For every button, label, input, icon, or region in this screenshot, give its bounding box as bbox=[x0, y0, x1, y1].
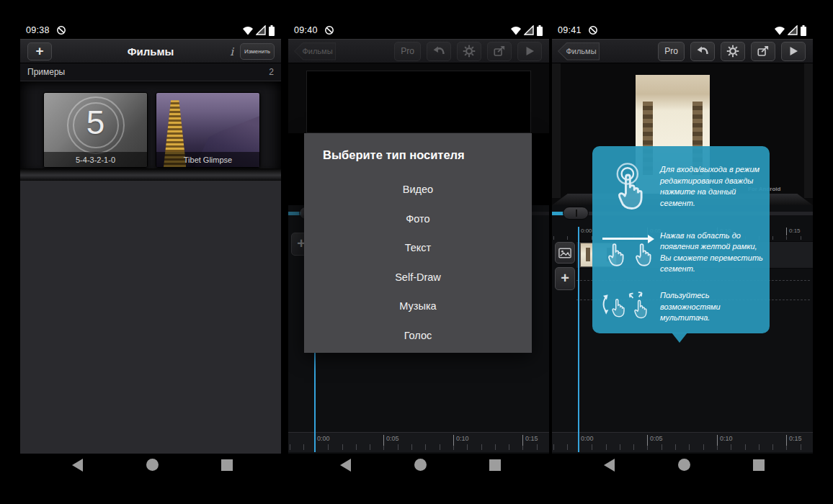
back-button-label: Фильмы bbox=[558, 43, 599, 60]
movie-title: 5-4-3-2-1-0 bbox=[44, 152, 147, 167]
tutorial-overlay-tail bbox=[672, 333, 687, 343]
battery-icon bbox=[268, 25, 275, 36]
preview-frame bbox=[306, 71, 531, 133]
ruler-tick-label: 0:05 bbox=[650, 435, 663, 446]
nav-recents-icon[interactable] bbox=[221, 459, 233, 471]
play-button[interactable] bbox=[517, 42, 542, 61]
battery-icon bbox=[800, 25, 807, 36]
tutorial-tip-drag: Нажав на область до появления желтой рам… bbox=[597, 220, 764, 285]
nav-back-icon[interactable] bbox=[72, 459, 83, 472]
slider-knob[interactable] bbox=[563, 207, 589, 220]
ruler-tick-label: 0:00 bbox=[317, 435, 330, 446]
settings-button[interactable] bbox=[457, 42, 481, 61]
interruptions-off-icon bbox=[588, 25, 598, 35]
media-type-dialog: Выберите тип носителя Видео Фото Текст S… bbox=[304, 133, 532, 353]
nav-home-icon[interactable] bbox=[146, 459, 159, 471]
shelf-front-edge bbox=[20, 168, 281, 181]
ruler-tick-label: 0:00 bbox=[581, 435, 594, 446]
tutorial-overlay[interactable]: Для входа/выхода в режим редактирования … bbox=[592, 146, 770, 333]
android-nav-bar bbox=[20, 454, 281, 477]
wifi-icon bbox=[774, 25, 785, 35]
interruptions-off-icon bbox=[56, 25, 66, 35]
dialog-option-selfdraw[interactable]: Self-Draw bbox=[304, 263, 532, 292]
back-to-movies-button[interactable]: Фильмы bbox=[558, 42, 600, 60]
phone-screen-movies: 09:38 + Фильмы i Изменить Примеры 2 5 5-… bbox=[20, 22, 281, 477]
status-bar: 09:38 bbox=[20, 22, 281, 39]
multitouch-gesture-icon bbox=[597, 291, 660, 324]
video-preview-stage bbox=[288, 63, 549, 133]
countdown-number: 5 bbox=[44, 103, 147, 142]
gear-icon bbox=[463, 45, 476, 58]
ruler-tick-label: 0:05 bbox=[386, 435, 399, 446]
dialog-option-music[interactable]: Музыка bbox=[304, 292, 532, 321]
status-time: 09:38 bbox=[26, 25, 50, 35]
cell-signal-icon bbox=[788, 25, 798, 35]
back-to-movies-button[interactable]: Фильмы bbox=[294, 42, 336, 60]
playhead[interactable] bbox=[578, 227, 579, 452]
nav-back-icon[interactable] bbox=[340, 459, 351, 472]
pro-button[interactable]: Pro bbox=[394, 42, 421, 61]
section-header-samples: Примеры 2 bbox=[20, 63, 281, 81]
section-count-badge: 2 bbox=[269, 67, 274, 77]
dialog-title: Выберите тип носителя bbox=[304, 133, 532, 162]
nav-back-icon[interactable] bbox=[604, 459, 615, 472]
play-icon bbox=[523, 45, 536, 58]
playhead[interactable] bbox=[314, 353, 316, 452]
tutorial-tip-text: Для входа/выхода в режим редактирования … bbox=[660, 164, 764, 209]
pro-button[interactable]: Pro bbox=[658, 42, 685, 61]
timeline-ruler-bottom[interactable]: 0:00 0:05 0:10 0:15 bbox=[552, 432, 813, 452]
nav-home-icon[interactable] bbox=[414, 459, 427, 471]
double-tap-gesture-icon bbox=[597, 162, 660, 211]
ruler-tick-label: 0:15 bbox=[789, 228, 801, 235]
dialog-option-voice[interactable]: Голос bbox=[304, 321, 532, 351]
export-icon bbox=[757, 45, 770, 58]
picture-icon bbox=[558, 248, 571, 258]
settings-button[interactable] bbox=[721, 42, 745, 61]
section-label: Примеры bbox=[27, 67, 65, 77]
timeline-ruler[interactable]: 0:00 0:05 0:10 0:15 bbox=[288, 432, 549, 452]
export-icon bbox=[493, 45, 506, 58]
drag-arrow bbox=[602, 238, 649, 240]
editor-toolbar: Фильмы Pro bbox=[288, 39, 549, 63]
cell-signal-icon bbox=[524, 25, 534, 35]
wifi-icon bbox=[242, 25, 254, 35]
phone-screen-editor-tutorial: 09:41 Фильмы Pro e Made With For Android bbox=[552, 22, 813, 477]
movie-thumbnail-countdown[interactable]: 5 5-4-3-2-1-0 bbox=[43, 92, 148, 168]
undo-icon bbox=[432, 45, 446, 58]
android-nav-bar bbox=[288, 454, 549, 477]
undo-button[interactable] bbox=[427, 42, 451, 61]
battery-icon bbox=[536, 25, 543, 36]
ruler-tick-label: 0:15 bbox=[525, 435, 538, 446]
nav-recents-icon[interactable] bbox=[753, 459, 765, 471]
info-icon[interactable]: i bbox=[230, 45, 233, 58]
media-library-button[interactable] bbox=[555, 242, 575, 264]
movies-header: + Фильмы i Изменить bbox=[20, 39, 281, 63]
tutorial-tip-double-tap: Для входа/выхода в режим редактирования … bbox=[597, 153, 764, 220]
tutorial-tip-multitouch: Пользуйтесь возможностями мультитача. bbox=[597, 285, 764, 329]
android-nav-bar bbox=[552, 454, 813, 477]
movie-thumbnail-tibet[interactable]: Tibet Glimpse bbox=[156, 92, 260, 168]
dialog-option-text[interactable]: Текст bbox=[304, 233, 532, 263]
export-button[interactable] bbox=[487, 42, 512, 61]
status-bar: 09:41 bbox=[552, 22, 813, 39]
movies-shelf: 5 5-4-3-2-1-0 Tibet Glimpse bbox=[20, 81, 281, 168]
ruler-tick-label: 0:10 bbox=[720, 435, 733, 446]
edit-button[interactable]: Изменить bbox=[240, 43, 275, 60]
drag-gesture-icon bbox=[597, 238, 660, 267]
editor-toolbar: Фильмы Pro bbox=[552, 39, 813, 63]
status-bar: 09:40 bbox=[288, 22, 549, 39]
add-media-button[interactable]: + bbox=[555, 267, 575, 290]
nav-home-icon[interactable] bbox=[678, 459, 690, 471]
undo-button[interactable] bbox=[690, 42, 715, 61]
dialog-option-video[interactable]: Видео bbox=[304, 175, 532, 204]
ruler-tick-label: 0:10 bbox=[456, 435, 469, 446]
play-icon bbox=[787, 45, 800, 58]
dialog-option-photo[interactable]: Фото bbox=[304, 204, 532, 234]
nav-recents-icon[interactable] bbox=[489, 459, 501, 471]
empty-area bbox=[20, 181, 281, 454]
status-time: 09:40 bbox=[294, 25, 318, 35]
undo-icon bbox=[696, 45, 710, 58]
export-button[interactable] bbox=[751, 42, 775, 61]
gear-icon bbox=[726, 45, 739, 58]
play-button[interactable] bbox=[781, 42, 806, 61]
